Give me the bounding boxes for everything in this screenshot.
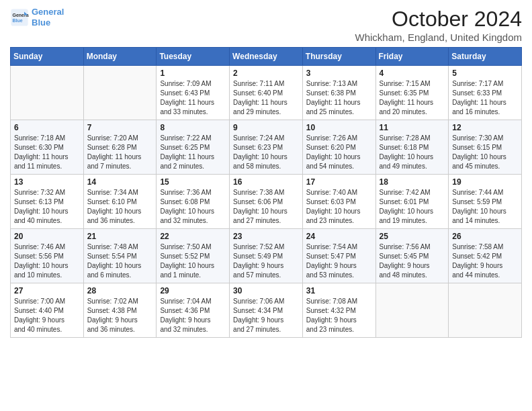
calendar-cell: 31Sunrise: 7:08 AM Sunset: 4:32 PM Dayli… xyxy=(302,283,375,338)
header: General Blue General Blue October 2024 W… xyxy=(10,7,522,43)
calendar-cell: 30Sunrise: 7:06 AM Sunset: 4:34 PM Dayli… xyxy=(230,283,303,338)
day-number: 10 xyxy=(306,123,372,132)
calendar-cell: 3Sunrise: 7:13 AM Sunset: 6:38 PM Daylig… xyxy=(302,66,375,120)
day-info: Sunrise: 7:40 AM Sunset: 6:03 PM Dayligh… xyxy=(306,188,372,226)
day-number: 8 xyxy=(160,123,226,132)
calendar-cell: 14Sunrise: 7:34 AM Sunset: 6:10 PM Dayli… xyxy=(83,175,157,229)
calendar-cell: 24Sunrise: 7:54 AM Sunset: 5:47 PM Dayli… xyxy=(302,229,375,283)
calendar-cell: 10Sunrise: 7:26 AM Sunset: 6:20 PM Dayli… xyxy=(302,120,375,175)
calendar-cell: 23Sunrise: 7:52 AM Sunset: 5:49 PM Dayli… xyxy=(230,229,303,283)
day-number: 3 xyxy=(306,68,372,78)
calendar-cell: 26Sunrise: 7:58 AM Sunset: 5:42 PM Dayli… xyxy=(449,229,522,283)
day-number: 9 xyxy=(233,123,299,132)
day-info: Sunrise: 7:38 AM Sunset: 6:06 PM Dayligh… xyxy=(233,188,299,226)
day-info: Sunrise: 7:36 AM Sunset: 6:08 PM Dayligh… xyxy=(160,188,226,226)
day-info: Sunrise: 7:18 AM Sunset: 6:30 PM Dayligh… xyxy=(14,134,80,171)
calendar-cell: 20Sunrise: 7:46 AM Sunset: 5:56 PM Dayli… xyxy=(11,229,84,283)
day-info: Sunrise: 7:32 AM Sunset: 6:13 PM Dayligh… xyxy=(14,188,80,226)
calendar-cell: 1Sunrise: 7:09 AM Sunset: 6:43 PM Daylig… xyxy=(157,66,230,120)
day-number: 11 xyxy=(380,123,445,132)
logo-line1: General xyxy=(32,7,64,17)
day-number: 30 xyxy=(233,286,299,295)
day-number: 19 xyxy=(452,177,518,187)
day-info: Sunrise: 7:08 AM Sunset: 4:32 PM Dayligh… xyxy=(306,297,372,334)
calendar-table: SundayMondayTuesdayWednesdayThursdayFrid… xyxy=(10,47,522,338)
week-row-4: 20Sunrise: 7:46 AM Sunset: 5:56 PM Dayli… xyxy=(11,229,522,283)
day-info: Sunrise: 7:17 AM Sunset: 6:33 PM Dayligh… xyxy=(452,79,518,117)
svg-text:Blue: Blue xyxy=(13,18,23,23)
day-number: 2 xyxy=(233,68,299,78)
month-title: October 2024 xyxy=(355,7,522,32)
svg-rect-0 xyxy=(11,9,28,26)
day-number: 21 xyxy=(87,232,153,241)
day-info: Sunrise: 7:26 AM Sunset: 6:20 PM Dayligh… xyxy=(306,134,372,171)
day-info: Sunrise: 7:20 AM Sunset: 6:28 PM Dayligh… xyxy=(87,134,153,171)
logo-text: General Blue xyxy=(32,7,64,28)
day-info: Sunrise: 7:09 AM Sunset: 6:43 PM Dayligh… xyxy=(160,79,226,117)
day-info: Sunrise: 7:30 AM Sunset: 6:15 PM Dayligh… xyxy=(452,134,518,171)
day-number: 4 xyxy=(380,68,445,78)
day-info: Sunrise: 7:00 AM Sunset: 4:40 PM Dayligh… xyxy=(14,297,80,334)
calendar-cell: 12Sunrise: 7:30 AM Sunset: 6:15 PM Dayli… xyxy=(449,120,522,175)
day-number: 1 xyxy=(160,68,226,78)
calendar-cell: 11Sunrise: 7:28 AM Sunset: 6:18 PM Dayli… xyxy=(375,120,449,175)
title-area: October 2024 Whickham, England, United K… xyxy=(355,7,522,43)
logo-icon: General Blue xyxy=(10,8,29,27)
calendar-cell xyxy=(83,66,157,120)
calendar-cell: 22Sunrise: 7:50 AM Sunset: 5:52 PM Dayli… xyxy=(157,229,230,283)
logo: General Blue General Blue xyxy=(10,7,64,28)
day-info: Sunrise: 7:54 AM Sunset: 5:47 PM Dayligh… xyxy=(306,242,372,280)
calendar-cell: 25Sunrise: 7:56 AM Sunset: 5:45 PM Dayli… xyxy=(375,229,449,283)
day-number: 20 xyxy=(14,232,80,241)
day-info: Sunrise: 7:56 AM Sunset: 5:45 PM Dayligh… xyxy=(380,242,445,280)
day-info: Sunrise: 7:42 AM Sunset: 6:01 PM Dayligh… xyxy=(380,188,445,226)
calendar-cell: 8Sunrise: 7:22 AM Sunset: 6:25 PM Daylig… xyxy=(157,120,230,175)
week-row-5: 27Sunrise: 7:00 AM Sunset: 4:40 PM Dayli… xyxy=(11,283,522,338)
day-info: Sunrise: 7:44 AM Sunset: 5:59 PM Dayligh… xyxy=(452,188,518,226)
calendar-cell: 27Sunrise: 7:00 AM Sunset: 4:40 PM Dayli… xyxy=(11,283,84,338)
weekday-header-sunday: Sunday xyxy=(11,48,84,66)
weekday-header-saturday: Saturday xyxy=(449,48,522,66)
day-number: 14 xyxy=(87,177,153,187)
day-number: 5 xyxy=(452,68,518,78)
calendar-cell: 13Sunrise: 7:32 AM Sunset: 6:13 PM Dayli… xyxy=(11,175,84,229)
day-number: 29 xyxy=(160,286,226,295)
calendar-cell: 4Sunrise: 7:15 AM Sunset: 6:35 PM Daylig… xyxy=(375,66,449,120)
calendar-cell: 6Sunrise: 7:18 AM Sunset: 6:30 PM Daylig… xyxy=(11,120,84,175)
weekday-header-tuesday: Tuesday xyxy=(157,48,230,66)
weekday-header-thursday: Thursday xyxy=(302,48,375,66)
day-info: Sunrise: 7:04 AM Sunset: 4:36 PM Dayligh… xyxy=(160,297,226,334)
calendar-cell: 15Sunrise: 7:36 AM Sunset: 6:08 PM Dayli… xyxy=(157,175,230,229)
day-number: 23 xyxy=(233,232,299,241)
day-info: Sunrise: 7:06 AM Sunset: 4:34 PM Dayligh… xyxy=(233,297,299,334)
calendar-cell: 5Sunrise: 7:17 AM Sunset: 6:33 PM Daylig… xyxy=(449,66,522,120)
calendar-cell: 28Sunrise: 7:02 AM Sunset: 4:38 PM Dayli… xyxy=(83,283,157,338)
logo-line2: Blue xyxy=(32,17,50,28)
day-info: Sunrise: 7:13 AM Sunset: 6:38 PM Dayligh… xyxy=(306,79,372,117)
calendar-cell xyxy=(375,283,449,338)
calendar-cell: 16Sunrise: 7:38 AM Sunset: 6:06 PM Dayli… xyxy=(230,175,303,229)
day-info: Sunrise: 7:28 AM Sunset: 6:18 PM Dayligh… xyxy=(380,134,445,171)
day-info: Sunrise: 7:11 AM Sunset: 6:40 PM Dayligh… xyxy=(233,79,299,117)
weekday-header-friday: Friday xyxy=(375,48,449,66)
day-number: 26 xyxy=(452,232,518,241)
day-info: Sunrise: 7:22 AM Sunset: 6:25 PM Dayligh… xyxy=(160,134,226,171)
day-number: 27 xyxy=(14,286,80,295)
calendar-cell: 7Sunrise: 7:20 AM Sunset: 6:28 PM Daylig… xyxy=(83,120,157,175)
day-number: 28 xyxy=(87,286,153,295)
calendar-cell: 18Sunrise: 7:42 AM Sunset: 6:01 PM Dayli… xyxy=(375,175,449,229)
calendar-cell: 21Sunrise: 7:48 AM Sunset: 5:54 PM Dayli… xyxy=(83,229,157,283)
calendar-cell: 2Sunrise: 7:11 AM Sunset: 6:40 PM Daylig… xyxy=(230,66,303,120)
day-info: Sunrise: 7:15 AM Sunset: 6:35 PM Dayligh… xyxy=(380,79,445,117)
calendar-cell xyxy=(449,283,522,338)
day-info: Sunrise: 7:34 AM Sunset: 6:10 PM Dayligh… xyxy=(87,188,153,226)
day-number: 25 xyxy=(380,232,445,241)
day-number: 17 xyxy=(306,177,372,187)
day-number: 16 xyxy=(233,177,299,187)
day-info: Sunrise: 7:48 AM Sunset: 5:54 PM Dayligh… xyxy=(87,242,153,280)
calendar-cell: 29Sunrise: 7:04 AM Sunset: 4:36 PM Dayli… xyxy=(157,283,230,338)
day-info: Sunrise: 7:46 AM Sunset: 5:56 PM Dayligh… xyxy=(14,242,80,280)
calendar-cell: 19Sunrise: 7:44 AM Sunset: 5:59 PM Dayli… xyxy=(449,175,522,229)
day-number: 22 xyxy=(160,232,226,241)
day-number: 6 xyxy=(14,123,80,132)
